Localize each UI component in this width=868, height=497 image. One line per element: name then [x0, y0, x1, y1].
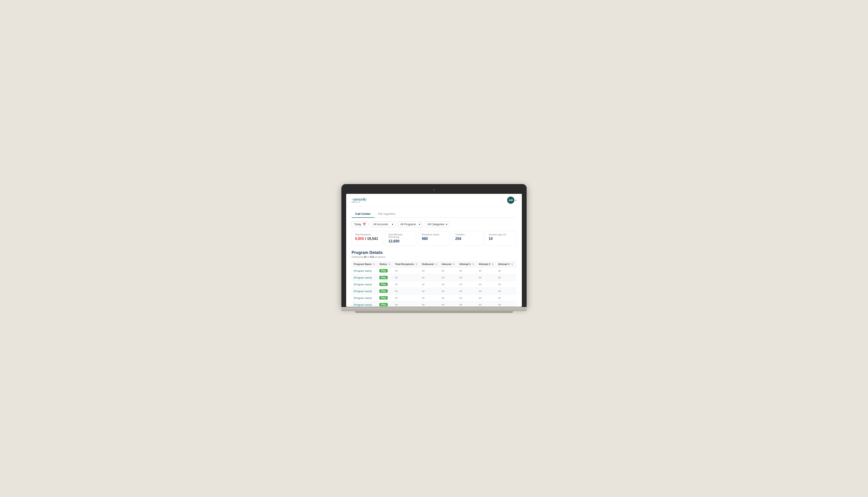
sort-icon: ⇅: [453, 263, 455, 266]
cell-outbound: ##: [420, 268, 439, 274]
cell-attempt2: ##: [476, 288, 496, 295]
inbound-value: ##: [442, 297, 444, 299]
cell-attempt4: ##: [515, 288, 517, 295]
total-value: ##: [395, 283, 397, 286]
sort-icon: ⇅: [389, 263, 390, 266]
status-badge[interactable]: Play: [379, 276, 388, 279]
laptop-body: ~personify HEALTH AM ▾ Call Center File …: [342, 184, 526, 307]
user-menu[interactable]: AM ▾: [507, 197, 517, 204]
stat-label: Recipients Swept: [422, 233, 446, 236]
stat-card-total-recipients: Total Recipients 9,800 / 19,541: [351, 231, 383, 246]
sort-icon: ⇅: [373, 263, 375, 266]
cell-attempt3: ##: [496, 295, 515, 301]
sort-icon: ⇅: [416, 263, 417, 266]
cell-total: ##: [393, 274, 420, 281]
table-row: [Program name] Play ## ## ## ## ## ## ##: [351, 281, 517, 288]
chevron-down-icon: ▾: [392, 223, 393, 226]
status-badge[interactable]: Play: [379, 296, 388, 300]
cell-inbound: ##: [439, 274, 457, 281]
col-inbound[interactable]: Inbound ⇅: [439, 261, 457, 268]
status-badge[interactable]: Play: [379, 283, 388, 286]
program-name-link[interactable]: [Program name]: [354, 290, 372, 293]
attempt3-value: ##: [498, 297, 501, 299]
categories-filter[interactable]: All Categories ▾: [425, 222, 450, 227]
cell-status: Play: [377, 295, 393, 301]
camera-dot: [433, 189, 435, 191]
cell-status: Play: [377, 301, 393, 307]
total-value: ##: [395, 290, 397, 293]
status-badge[interactable]: Play: [379, 269, 388, 272]
stat-value-red: 9,800: [355, 237, 364, 241]
attempt1-value: ##: [459, 290, 462, 293]
attempt3-value: ##: [498, 270, 501, 272]
cell-program-name: [Program name]: [351, 274, 377, 281]
col-program-name[interactable]: Program Name ⇅: [351, 261, 377, 268]
attempt1-value: ##: [459, 270, 462, 272]
subtitle-prefix: Displaying: [351, 256, 364, 258]
col-outbound[interactable]: Outbound ⇅: [420, 261, 439, 268]
total-value: ##: [395, 297, 397, 299]
cell-attempt2: ##: [476, 301, 496, 307]
status-badge[interactable]: Play: [379, 303, 388, 306]
subtitle-suffix: programs: [374, 256, 386, 258]
cell-attempt3: ##: [496, 274, 515, 281]
table-row: [Program name] Play ## ## ## ## ## ## ##: [351, 301, 517, 307]
program-name-link[interactable]: [Program name]: [354, 283, 372, 286]
col-attempt2[interactable]: Attempt 2 ⇅: [476, 261, 496, 268]
cell-attempt4: ##: [515, 268, 517, 274]
stats-row: Total Recipients 9,800 / 19,541 Total At…: [351, 231, 517, 246]
cell-inbound: ##: [439, 301, 457, 307]
cell-attempt2: ##: [476, 295, 496, 301]
attempt3-value: ##: [498, 276, 501, 279]
cell-attempt1: ##: [457, 268, 476, 274]
date-label: Today: [354, 223, 361, 226]
col-total-recipients[interactable]: Total Recipients ⇅: [393, 261, 420, 268]
programs-filter[interactable]: All Programs ▾: [398, 222, 423, 227]
program-name-link[interactable]: [Program name]: [354, 276, 372, 279]
sort-icon: ⇅: [473, 263, 474, 266]
outbound-value: ##: [422, 290, 424, 293]
tab-call-center[interactable]: Call Center: [351, 210, 374, 218]
program-name-link[interactable]: [Program name]: [354, 297, 372, 299]
col-attempt4[interactable]: Attempt 4: [515, 261, 517, 268]
col-status[interactable]: Status ⇅: [377, 261, 393, 268]
stat-value: 980: [422, 237, 446, 241]
programs-label: All Programs: [400, 223, 416, 226]
cell-inbound: ##: [439, 268, 457, 274]
program-name-link[interactable]: [Program name]: [354, 303, 372, 306]
cell-status: Play: [377, 288, 393, 295]
cell-status: Play: [377, 274, 393, 281]
app-header: ~personify HEALTH AM ▾: [346, 194, 522, 207]
inbound-value: ##: [442, 303, 444, 306]
avatar[interactable]: AM: [507, 197, 515, 204]
programs-table: Program Name ⇅ Status ⇅ Total Recipients: [351, 261, 517, 307]
status-badge[interactable]: Play: [379, 289, 388, 293]
stat-card-total-attempts: Total Attempts Remaining 12,600: [385, 231, 416, 246]
table-row: [Program name] Play ## ## ## ## ## ## ##: [351, 288, 517, 295]
attempt1-value: ##: [459, 297, 462, 299]
table-body: [Program name] Play ## ## ## ## ## ## ##…: [351, 268, 517, 307]
stat-value: 12,600: [388, 239, 413, 243]
date-filter[interactable]: Today 📅: [351, 222, 368, 227]
stat-card-recipients-swept: Recipients Swept 980: [418, 231, 450, 246]
attempt1-value: ##: [459, 276, 462, 279]
cell-attempt2: ##: [476, 274, 496, 281]
program-name-link[interactable]: [Program name]: [354, 270, 372, 272]
cell-inbound: ##: [439, 281, 457, 288]
cell-outbound: ##: [420, 301, 439, 307]
subtitle-middle: of: [366, 256, 370, 258]
tab-file-ingestion[interactable]: File Ingestion: [374, 210, 399, 218]
logo-health: HEALTH: [351, 201, 366, 203]
cell-attempt3: ##: [496, 268, 515, 274]
logo-area: ~personify HEALTH: [351, 198, 366, 203]
calendar-icon: 📅: [363, 223, 366, 226]
attempt2-value: ##: [479, 270, 481, 272]
cell-outbound: ##: [420, 274, 439, 281]
cell-outbound: ##: [420, 295, 439, 301]
cell-program-name: [Program name]: [351, 288, 377, 295]
col-attempt3[interactable]: Attempt 3 ⇅: [496, 261, 515, 268]
stat-label: Success tags (%): [489, 233, 513, 236]
accounts-filter[interactable]: All Accounts ▾: [371, 222, 395, 227]
col-attempt1[interactable]: Attempt 1 ⇅: [457, 261, 476, 268]
attempt3-value: ##: [498, 290, 501, 293]
